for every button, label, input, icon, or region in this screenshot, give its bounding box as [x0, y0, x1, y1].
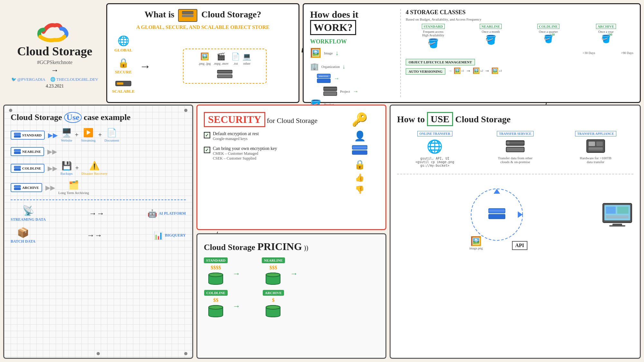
- monitor-icon: [601, 202, 633, 227]
- bucket-photos-icon: PHOTOS: [317, 73, 331, 84]
- days-30: >30 Days: [583, 51, 595, 55]
- how-use-section: How to USE Cloud Storage ONLINE TRANSFER…: [390, 105, 641, 359]
- transfer-service-badge: TRANSFER SERVICE: [497, 131, 534, 136]
- nearline-badge: NEARLINE: [11, 147, 44, 156]
- svg-rect-54: [488, 214, 505, 219]
- streaming-data-source: 📡 STREAMING DATA: [11, 205, 46, 222]
- svg-marker-52: [518, 211, 523, 218]
- notebook-dots: [97, 352, 100, 355]
- svg-point-39: [266, 305, 280, 309]
- pricing-coldline-icon: [207, 305, 225, 318]
- google-cloud-logo: [34, 17, 76, 45]
- pricing-coldline: COLDLINE $$: [204, 290, 228, 318]
- batch-data-source: 📦 BATCH DATA: [11, 227, 35, 244]
- coldline-row: COLDLINE ▶▶ 💾 Backups + ⚠️ Disaster Reco…: [11, 161, 186, 175]
- own-key-item: ✓ Can bring your own encryption key CMEK…: [204, 146, 336, 161]
- ai-platform-badge: 🤖 AI PLATFORM: [147, 209, 186, 218]
- svg-rect-8: [217, 75, 232, 78]
- svg-rect-61: [617, 207, 629, 214]
- api-diagram: 🖼️ image.png API: [397, 174, 633, 250]
- google-keys-text: Google-managed keys: [213, 136, 259, 141]
- use-bold-text: USE: [427, 112, 453, 126]
- storage-project-icon: [323, 86, 337, 97]
- storage-icon-filetypes: [217, 70, 233, 80]
- storage-class-coldline: COLDLINE Once a quarter 🪣 >30: [521, 24, 576, 49]
- auto-versioning-label: AUTO VERSIONING: [406, 68, 445, 75]
- transfer-appliance-desc: Hardware for >100TBdata transfer: [580, 156, 611, 164]
- archive-badge: ARCHIVE: [11, 183, 42, 192]
- transfer-appliance-badge: TRANSFER APPLIANCE: [575, 131, 616, 136]
- backups-item: 💾 Backups: [61, 161, 73, 175]
- price-arrow-1: →: [232, 262, 256, 285]
- transfer-options: ONLINE TRANSFER 🌐 gsutil, API, UI <gsuti…: [397, 131, 633, 167]
- svg-rect-41: [506, 147, 524, 152]
- lifecycle-management-label: OBJECT LIFECYCLE MANAGEMENT: [406, 59, 475, 65]
- use-case-section: Cloud Storage Use case example STANDARD …: [3, 105, 193, 359]
- workflow-org-row: 🏢 Organization ↓: [310, 62, 345, 71]
- svg-rect-47: [596, 142, 603, 146]
- pricing-grid: STANDARD $$$$ → NEARLINE $$$: [204, 257, 314, 318]
- workflow-image-row: 🖼️ Image ↓: [310, 48, 391, 58]
- price-arrow-2: →: [290, 262, 314, 285]
- cmek-text: CMEK – Customer Managed: [213, 151, 277, 156]
- main-container: Cloud Storage #GCPSketchnote → 🐦 @PVERGA…: [0, 0, 644, 362]
- what-is-title: What is Cloud Storage?: [112, 9, 294, 22]
- security-illustration: 🔑 👤 🔒 👍 👎: [340, 112, 379, 223]
- svg-rect-11: [317, 79, 330, 83]
- standard-use-items: 🖥️ Website + ▶️ Streaming + 📄 Document: [61, 128, 119, 142]
- workflow-title: WORKFLOW: [310, 38, 391, 45]
- logo-section: Cloud Storage #GCPSketchnote → 🐦 @PVERGA…: [3, 3, 106, 103]
- archive-item: 🗂️ Long Term Archiving: [58, 180, 89, 195]
- use-case-rows: STANDARD ▶▶ 🖥️ Website + ▶️ Streaming +: [11, 128, 186, 195]
- storage-class-nearline: NEARLINE Once a month 🪣: [463, 24, 518, 49]
- svg-point-37: [209, 305, 223, 309]
- data-flow-section: 📡 STREAMING DATA →→ 🤖 AI PLATFORM 📦 BATC…: [11, 205, 186, 244]
- section-divider: [11, 200, 186, 200]
- pricing-archive-icon: [264, 305, 282, 318]
- website: THECLOUDGIRL.DEV: [56, 77, 98, 82]
- workflow-project-row: Project →: [323, 86, 358, 97]
- security-section: SECURITY for Cloud Storage ✓ Default enc…: [196, 105, 386, 230]
- scalable-bar-icon: [115, 79, 131, 88]
- global-icon-item: 🌐 GLOBAL: [114, 35, 132, 53]
- svg-text:PHOTOS: PHOTOS: [319, 75, 328, 78]
- svg-rect-21: [14, 152, 21, 154]
- what-is-section: What is Cloud Storage? A GLOBAL, SECURE,…: [106, 3, 299, 103]
- price-arrow-3: →: [232, 295, 256, 318]
- days-90: >90 Days: [621, 51, 633, 55]
- corner-dot: [184, 352, 187, 355]
- check-icon-2: ✓: [204, 147, 210, 153]
- storage-classes-grid: STANDARD Frequent accessHigh Availabilit…: [406, 24, 633, 49]
- svg-rect-59: [609, 225, 625, 227]
- how-works-section: How does it WORK? WORKFLOW 🖼️ Image ↓ 🏢: [303, 3, 641, 103]
- svg-point-33: [209, 273, 223, 277]
- file-types-box: 🖼️ .png .jpg 🎬 .mpg .mov 📄 .txt 💻 other: [183, 49, 267, 84]
- security-title: SECURITY: [204, 112, 265, 127]
- storage-icon-small: [181, 10, 194, 18]
- encryption-text: Default encryption at rest: [213, 131, 259, 136]
- transfer-service-desc: Transfer data from otherclouds & on-prem…: [498, 156, 532, 164]
- svg-point-35: [266, 273, 280, 277]
- standard-row: STANDARD ▶▶ 🖥️ Website + ▶️ Streaming +: [11, 128, 186, 142]
- how-use-title: How to USE Cloud Storage: [397, 112, 633, 126]
- top-right-dot: [184, 109, 187, 112]
- archive-storage-icon: [14, 185, 21, 190]
- svg-rect-27: [14, 188, 21, 190]
- pricing-standard-icon: [207, 272, 225, 285]
- security-content: SECURITY for Cloud Storage ✓ Default enc…: [204, 112, 336, 223]
- svg-marker-51: [494, 189, 500, 194]
- use-case-title: Cloud Storage Use case example: [11, 112, 186, 123]
- pricing-standard: STANDARD $$$$: [204, 257, 228, 285]
- api-circle-diagram: 🖼️ image.png API: [465, 182, 529, 247]
- disaster-recovery-item: ⚠️ Disaster Recovery: [81, 161, 108, 175]
- transfer-appliance-icon: [586, 139, 605, 153]
- logo-hashtag: #GCPSketchnote: [37, 60, 72, 65]
- streaming-item: ▶️ Streaming: [81, 128, 96, 142]
- svg-rect-46: [589, 142, 595, 146]
- storage-classes-subtitle: Based on Budget, Availability, and Acces…: [406, 17, 633, 21]
- security-subtitle: for Cloud Storage: [267, 116, 317, 125]
- what-is-subtitle: A GLOBAL, SECURE, AND SCALABLE OBJECT ST…: [112, 24, 294, 30]
- transfer-service-icon: [506, 139, 525, 153]
- date: 4.23.2021: [46, 84, 64, 89]
- scalable-icon-item: SCALABLE: [112, 79, 135, 94]
